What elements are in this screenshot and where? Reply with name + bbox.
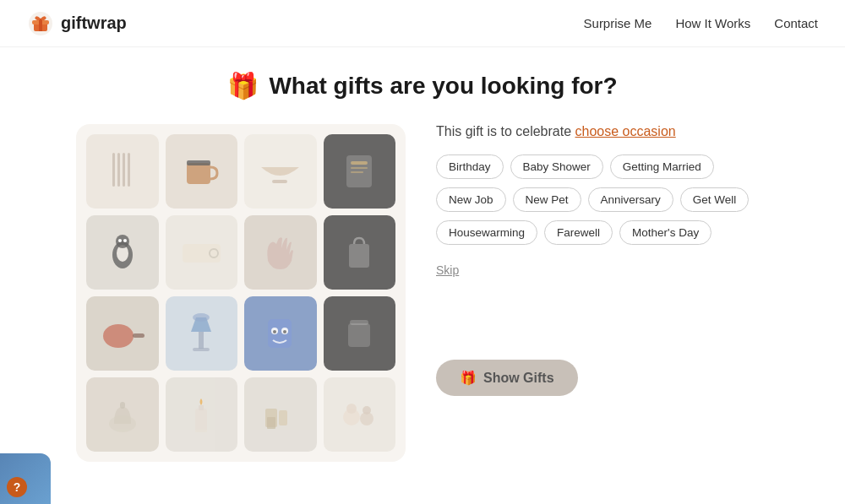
svg-rect-38 bbox=[199, 405, 204, 410]
show-gifts-label: Show Gifts bbox=[483, 371, 554, 386]
svg-rect-12 bbox=[351, 161, 368, 165]
svg-rect-37 bbox=[195, 409, 207, 432]
svg-rect-8 bbox=[187, 163, 210, 184]
grid-cell-mug bbox=[166, 134, 238, 209]
navbar: giftwrap Surprise Me How It Works Contac… bbox=[0, 0, 845, 47]
svg-point-17 bbox=[116, 235, 129, 248]
tag-housewarming[interactable]: Housewarming bbox=[436, 220, 537, 245]
tag-get-well[interactable]: Get Well bbox=[680, 187, 750, 212]
tag-new-pet[interactable]: New Pet bbox=[513, 187, 581, 212]
tags-row-3: Housewarming Farewell Mother's Day bbox=[436, 220, 769, 245]
content-row: This gift is to celebrate choose occasio… bbox=[76, 124, 769, 462]
tag-getting-married[interactable]: Getting Married bbox=[610, 154, 714, 179]
grid-cell-pouch bbox=[324, 296, 396, 371]
svg-rect-40 bbox=[267, 417, 275, 429]
nav-surprise[interactable]: Surprise Me bbox=[584, 16, 652, 30]
celebrate-text: This gift is to celebrate bbox=[436, 124, 575, 138]
skip-link[interactable]: Skip bbox=[436, 263, 769, 277]
image-grid bbox=[86, 134, 395, 452]
svg-rect-14 bbox=[351, 171, 363, 173]
grid-cell-pan bbox=[86, 296, 159, 371]
grid-cell-gloves bbox=[244, 215, 317, 290]
svg-rect-20 bbox=[183, 244, 221, 263]
show-gifts-emoji: 🎁 bbox=[460, 370, 477, 386]
choose-occasion-link[interactable]: choose occasion bbox=[575, 124, 676, 138]
grid-cell-figures bbox=[244, 377, 317, 452]
tags-row-1: Birthday Baby Shower Getting Married bbox=[436, 154, 769, 179]
svg-rect-6 bbox=[123, 153, 125, 187]
title-emoji: 🎁 bbox=[227, 71, 259, 100]
tags-row-2: New Job New Pet Anniversary Get Well bbox=[436, 187, 769, 212]
grid-cell-cutting bbox=[166, 215, 238, 290]
svg-rect-9 bbox=[187, 160, 210, 165]
svg-point-27 bbox=[193, 313, 210, 322]
nav-links: Surprise Me How It Works Contact bbox=[584, 16, 818, 30]
image-grid-wrapper bbox=[76, 124, 406, 462]
svg-rect-5 bbox=[117, 153, 120, 187]
nav-contact[interactable]: Contact bbox=[774, 16, 818, 30]
grid-cell-bag bbox=[324, 215, 396, 290]
main-content: 🎁 What gifts are you looking for? bbox=[0, 47, 845, 462]
svg-rect-25 bbox=[199, 332, 204, 349]
help-badge[interactable]: ? bbox=[7, 477, 27, 497]
svg-point-32 bbox=[283, 330, 286, 333]
tag-baby-shower[interactable]: Baby Shower bbox=[510, 154, 603, 179]
svg-point-23 bbox=[103, 324, 134, 348]
logo-icon bbox=[27, 10, 54, 37]
svg-rect-26 bbox=[193, 348, 210, 351]
grid-cell-penguin bbox=[86, 215, 159, 290]
grid-cell-monster bbox=[244, 296, 317, 371]
grid-cell-diffuser bbox=[86, 377, 159, 452]
show-gifts-button[interactable]: 🎁 Show Gifts bbox=[436, 360, 578, 396]
celebrate-prompt: This gift is to celebrate choose occasio… bbox=[436, 124, 769, 139]
svg-rect-24 bbox=[133, 333, 144, 338]
svg-rect-41 bbox=[279, 410, 287, 425]
tag-mothers-day[interactable]: Mother's Day bbox=[619, 220, 711, 245]
svg-rect-33 bbox=[348, 323, 370, 347]
svg-rect-34 bbox=[350, 320, 368, 325]
svg-rect-3 bbox=[39, 19, 42, 31]
svg-point-19 bbox=[123, 239, 127, 242]
grid-cell-bowl bbox=[244, 134, 317, 209]
page-title: 🎁 What gifts are you looking for? bbox=[227, 71, 617, 100]
svg-point-31 bbox=[273, 330, 276, 333]
title-text: What gifts are you looking for? bbox=[269, 73, 617, 100]
grid-cell-utensils bbox=[86, 134, 159, 209]
tag-birthday[interactable]: Birthday bbox=[436, 154, 504, 179]
svg-rect-13 bbox=[351, 167, 368, 169]
tag-new-job[interactable]: New Job bbox=[436, 187, 506, 212]
grid-cell-lamp2 bbox=[166, 296, 238, 371]
nav-how-it-works[interactable]: How It Works bbox=[675, 16, 750, 30]
tag-farewell[interactable]: Farewell bbox=[544, 220, 613, 245]
logo[interactable]: giftwrap bbox=[27, 10, 127, 37]
grid-cell-tea bbox=[324, 134, 396, 209]
grid-cell-candle bbox=[166, 377, 238, 452]
svg-point-45 bbox=[363, 406, 371, 415]
svg-point-44 bbox=[346, 404, 357, 414]
svg-rect-4 bbox=[112, 153, 115, 187]
logo-text: giftwrap bbox=[61, 14, 127, 33]
bottom-decoration bbox=[0, 453, 51, 504]
svg-rect-36 bbox=[120, 402, 125, 409]
tag-anniversary[interactable]: Anniversary bbox=[588, 187, 673, 212]
svg-rect-22 bbox=[349, 244, 369, 268]
tags-container: Birthday Baby Shower Getting Married New… bbox=[436, 154, 769, 245]
svg-rect-7 bbox=[128, 153, 130, 187]
right-panel: This gift is to celebrate choose occasio… bbox=[436, 124, 769, 396]
svg-rect-10 bbox=[272, 180, 287, 183]
svg-point-18 bbox=[118, 239, 122, 242]
grid-cell-animals bbox=[324, 377, 396, 452]
